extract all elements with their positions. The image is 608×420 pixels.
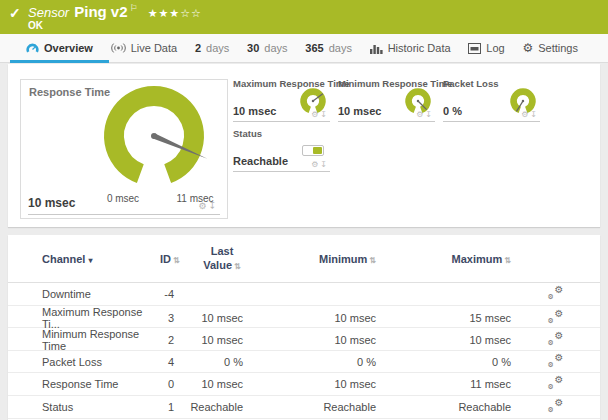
table-row-downtime[interactable]: Downtime -4 ⚙⚙ xyxy=(8,283,600,306)
channel-settings-icon[interactable]: ⚙⚙ xyxy=(548,399,564,413)
cell-id: 2 xyxy=(160,334,176,346)
tab-bar: Overview Live Data 2 days 30 days 365 da… xyxy=(0,34,608,63)
cell-last-value: 10 msec xyxy=(176,378,245,390)
sort-caret-icon: ▾ xyxy=(88,256,92,265)
column-header-minimum[interactable]: Minimum⇅ xyxy=(245,253,378,265)
response-time-value: 10 msec xyxy=(28,196,75,210)
tab-365-days-label: days xyxy=(329,42,352,54)
channel-settings-icon[interactable]: ⚙⚙ xyxy=(548,310,564,324)
check-icon: ✓ xyxy=(9,5,21,21)
tab-overview[interactable]: Overview xyxy=(22,34,97,63)
channel-table: Channel▾ ID⇅ Last Value⇅ Minimum⇅ Maximu… xyxy=(8,235,600,420)
tab-settings-label: Settings xyxy=(538,42,578,54)
tab-30-days[interactable]: 30 days xyxy=(243,34,292,63)
tab-settings[interactable]: ⚙ Settings xyxy=(518,34,582,63)
cell-id: -4 xyxy=(160,288,176,300)
status-title: Status xyxy=(233,128,262,139)
sort-icon: ⇅ xyxy=(504,256,511,265)
cell-channel[interactable]: Response Time xyxy=(42,378,160,390)
cell-maximum: 15 msec xyxy=(378,312,513,324)
tab-30-days-label: days xyxy=(264,42,287,54)
tab-30-days-number: 30 xyxy=(247,42,259,54)
channel-settings-icon[interactable]: ⚙⚙ xyxy=(548,354,564,368)
cell-last-value: Reachable xyxy=(176,401,245,413)
table-row-response-time[interactable]: Response Time 0 10 msec 10 msec 11 msec … xyxy=(8,373,600,396)
cell-minimum: 10 msec xyxy=(245,312,378,324)
cell-minimum: Reachable xyxy=(245,401,378,413)
page-title: Ping v2 xyxy=(74,3,127,20)
log-icon xyxy=(468,43,481,54)
cell-channel[interactable]: Status xyxy=(42,401,160,413)
priority-stars[interactable]: ★★★☆☆ xyxy=(148,7,202,19)
column-header-last-value[interactable]: Last Value⇅ xyxy=(176,245,245,271)
cell-channel[interactable]: Maximum Response Ti... xyxy=(42,306,160,330)
table-row-packet-loss[interactable]: Packet Loss 4 0 % 0 % 0 % ⚙⚙ xyxy=(8,351,600,374)
column-header-id[interactable]: ID⇅ xyxy=(160,253,176,265)
cell-channel[interactable]: Packet Loss xyxy=(42,356,160,368)
pin-icon[interactable]: ↧ xyxy=(320,110,329,119)
cell-id: 4 xyxy=(160,356,176,368)
tab-365-days-number: 365 xyxy=(305,42,323,54)
tab-log[interactable]: Log xyxy=(464,34,508,63)
broadcast-icon xyxy=(111,42,126,54)
cell-id: 1 xyxy=(160,401,176,413)
table-row-maximum-response-time[interactable]: Maximum Response Ti... 3 10 msec 10 msec… xyxy=(8,306,600,329)
cell-minimum: 10 msec xyxy=(245,334,378,346)
channel-settings-icon[interactable]: ⚙⚙ xyxy=(548,376,564,390)
stars-empty[interactable]: ☆☆ xyxy=(180,7,202,19)
tab-overview-label: Overview xyxy=(44,42,93,54)
column-header-channel[interactable]: Channel▾ xyxy=(42,253,160,265)
tab-2-days-label: days xyxy=(206,42,229,54)
cell-last-value: 10 msec xyxy=(176,312,245,324)
table-row-status[interactable]: Status 1 Reachable Reachable Reachable ⚙… xyxy=(8,396,600,419)
cell-id: 3 xyxy=(160,312,176,324)
packet-loss-value: 0 % xyxy=(443,105,462,117)
cell-last-value: 0 % xyxy=(176,356,245,368)
tab-live-data[interactable]: Live Data xyxy=(107,34,181,63)
sort-icon: ⇅ xyxy=(369,256,376,265)
gear-icon[interactable]: ⚙ xyxy=(311,110,320,119)
status-toggle-knob xyxy=(313,147,322,154)
pin-icon[interactable]: ↧ xyxy=(530,110,539,119)
channel-settings-icon[interactable]: ⚙⚙ xyxy=(548,332,564,346)
channel-table-header: Channel▾ ID⇅ Last Value⇅ Minimum⇅ Maximu… xyxy=(8,235,600,283)
bar-chart-icon xyxy=(370,43,383,54)
cell-channel[interactable]: Downtime xyxy=(42,288,160,300)
response-time-value-row: 10 msec ⚙↧ xyxy=(28,193,220,215)
maximum-response-time-panel: Maximum Response Time 10 msec ⚙↧ xyxy=(233,78,330,122)
column-header-maximum[interactable]: Maximum⇅ xyxy=(378,253,513,265)
gear-icon[interactable]: ⚙ xyxy=(198,201,208,211)
tab-live-data-label: Live Data xyxy=(131,42,177,54)
packet-loss-panel: Packet Loss 0 % ⚙↧ xyxy=(443,78,540,122)
channel-settings-icon[interactable]: ⚙⚙ xyxy=(548,286,564,300)
cell-maximum: 11 msec xyxy=(378,378,513,390)
gear-icon[interactable]: ⚙ xyxy=(311,160,320,169)
gear-icon[interactable]: ⚙ xyxy=(416,110,425,119)
gear-icon[interactable]: ⚙ xyxy=(521,110,530,119)
cell-channel[interactable]: Minimum Response Time xyxy=(42,328,160,352)
pin-icon[interactable]: ↧ xyxy=(425,110,434,119)
table-row-minimum-response-time[interactable]: Minimum Response Time 2 10 msec 10 msec … xyxy=(8,328,600,351)
pin-icon[interactable]: ↧ xyxy=(320,160,329,169)
maximum-response-time-title: Maximum Response Time xyxy=(233,78,350,89)
tab-historic-data-label: Historic Data xyxy=(388,42,451,54)
cell-maximum: 10 msec xyxy=(378,334,513,346)
response-time-gauge-panel: Response Time 0 msec 11 msec 10 msec ⚙↧ xyxy=(20,79,228,219)
cell-maximum: 0 % xyxy=(378,356,513,368)
status-toggle-indicator xyxy=(302,145,324,156)
tab-365-days[interactable]: 365 days xyxy=(301,34,356,63)
sort-icon: ⇅ xyxy=(234,262,241,271)
cell-minimum: 10 msec xyxy=(245,378,378,390)
cell-minimum: 0 % xyxy=(245,356,378,368)
minimum-response-time-value: 10 msec xyxy=(338,105,381,117)
tab-historic-data[interactable]: Historic Data xyxy=(366,34,455,63)
cell-id: 0 xyxy=(160,378,176,390)
flag-icon[interactable]: ⚐ xyxy=(130,3,138,13)
status-value: Reachable xyxy=(233,155,288,167)
tab-log-label: Log xyxy=(486,42,504,54)
stars-filled[interactable]: ★★★ xyxy=(148,7,181,19)
pin-icon[interactable]: ↧ xyxy=(208,201,218,211)
tab-2-days[interactable]: 2 days xyxy=(191,34,233,63)
gear-icon: ⚙ xyxy=(522,41,533,55)
tab-2-days-number: 2 xyxy=(195,42,201,54)
